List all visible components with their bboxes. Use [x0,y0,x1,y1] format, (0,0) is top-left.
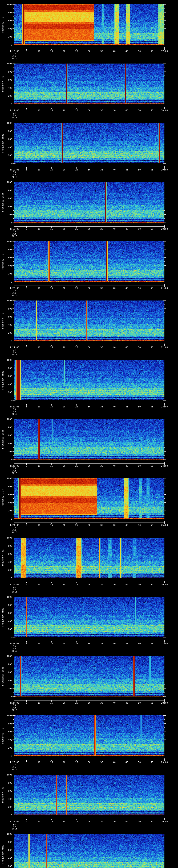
x-tick-label: 5 [26,524,27,526]
x-date-label: Jun [12,410,16,413]
y-tick-label: 600 [4,671,12,673]
x-tick-label: 40 [113,109,116,112]
x-tick-label: 10 [38,168,40,171]
y-axis-title: Frequency (Hz) [2,489,4,508]
x-tick-label: 25 [75,228,78,230]
x-tick-label: 5 [26,168,27,171]
x-end-time-label: 22:00 [161,346,168,348]
y-tick-label: 200 [4,213,12,216]
y-tick-label: 800 [4,70,12,73]
y-tick-label: 1000 [4,774,12,776]
y-tick-label: 0 [4,459,12,461]
x-tick-label: 50 [138,168,141,171]
x-start-time-label: 4:18:00 [10,168,19,171]
x-tick-label: 35 [100,406,103,408]
x-tick-label: 50 [138,109,141,112]
x-tick-label: 15 [50,109,53,112]
y-axis-title: Frequency (Hz) [2,311,4,330]
x-tick-label: 15 [50,287,53,289]
x-tick-label: 25 [75,702,78,704]
spectrogram-stack: 10008006004002000Frequency (Hz)510152025… [0,0,178,868]
x-tick-label: 10 [38,406,40,408]
x-start-time-label: 4:25:00 [10,583,19,586]
x-date-label: Jun [12,174,16,176]
x-tick-label: 25 [75,465,78,467]
x-tick-label: 40 [113,168,116,171]
y-tick-label: 400 [4,323,12,326]
x-tick-label: 5 [26,287,27,289]
x-tick-label: 20 [63,406,65,408]
x-tick-label: 5 [26,820,27,823]
x-tick-label: 50 [138,50,141,52]
y-tick-label: 600 [4,849,12,851]
y-tick-label: 1000 [4,477,12,479]
y-tick-label: 1000 [4,181,12,183]
x-start-time-label: 4:24:00 [10,524,19,526]
x-tick-label: 20 [63,287,65,289]
x-tick-label: 50 [138,702,141,704]
y-tick-label: 1000 [4,359,12,361]
x-tick-label: 55 [151,109,153,112]
x-tick-label: 50 [138,761,141,763]
x-tick-label: 30 [88,50,91,52]
x-tick-label: 45 [125,346,128,348]
y-tick-label: 400 [4,679,12,681]
x-tick-label: 40 [113,583,116,586]
x-tick-label: 15 [50,168,53,171]
x-date-label: 15 [13,230,16,232]
x-end-time-label: 25:00 [161,524,168,526]
x-tick-label: 5 [26,406,27,408]
x-tick-label: 15 [50,50,53,52]
y-tick-label: 0 [4,103,12,105]
x-tick-label: 30 [88,702,91,704]
x-tick-label: 10 [38,820,40,823]
y-tick-label: 400 [4,857,12,859]
x-date-label: Jun [12,825,16,827]
x-tick-label: 10 [38,465,40,467]
x-tick-label: 25 [75,820,78,823]
x-date-label: Jun [12,588,16,590]
x-end-time-label: 27:00 [161,643,168,645]
x-tick-label: 5 [26,50,27,52]
y-tick-label: 800 [4,485,12,488]
y-tick-label: 1000 [4,655,12,657]
x-tick-label: 20 [63,702,65,704]
x-tick-label: 45 [125,702,128,704]
y-tick-label: 800 [4,781,12,784]
x-tick-label: 25 [75,168,78,171]
x-tick-label: 10 [38,228,40,230]
y-tick-label: 800 [4,545,12,547]
y-tick-label: 400 [4,442,12,444]
y-tick-label: 0 [4,162,12,164]
x-tick-label: 40 [113,702,116,704]
x-tick-label: 55 [151,228,153,230]
x-tick-label: 55 [151,583,153,586]
x-tick-label: 40 [113,406,116,408]
y-tick-label: 1000 [4,240,12,243]
x-tick-label: 25 [75,524,78,526]
y-tick-label: 800 [4,189,12,191]
y-axis-title: Frequency (Hz) [2,667,4,686]
x-tick-label: 50 [138,524,141,526]
y-axis-title: Frequency (Hz) [2,785,4,804]
x-date-label: Jun [12,351,16,353]
x-tick-label: 35 [100,820,103,823]
x-tick-label: 5 [26,109,27,112]
x-tick-label: 10 [38,702,40,704]
y-tick-label: 600 [4,493,12,496]
x-end-time-label: 20:00 [161,228,168,230]
x-date-label: Jun [12,470,16,472]
x-tick-label: 45 [125,524,128,526]
x-tick-label: 25 [75,406,78,408]
x-tick-label: 45 [125,465,128,467]
x-date-label: Jun [12,55,16,57]
y-tick-label: 0 [4,814,12,816]
y-axis-title: Frequency (Hz) [2,726,4,745]
x-tick-label: 15 [50,228,53,230]
spectrogram-panel-7: 10008006004002000Frequency (Hz)510152025… [0,355,178,415]
x-tick-label: 30 [88,346,91,348]
y-tick-label: 400 [4,561,12,563]
y-tick-label: 200 [4,865,12,867]
x-tick-label: 55 [151,702,153,704]
x-tick-label: 55 [151,346,153,348]
